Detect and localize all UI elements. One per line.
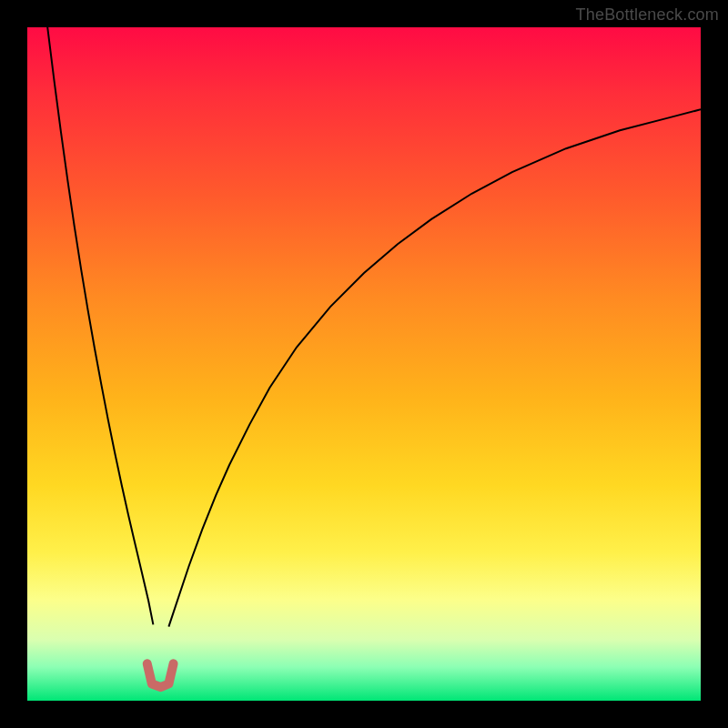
attribution-text: TheBottleneck.com <box>576 5 719 25</box>
chart-plot-area <box>27 27 701 701</box>
curve-left-path <box>47 27 153 624</box>
chart-svg <box>27 27 701 701</box>
valley-marker-path <box>147 663 174 687</box>
image-frame: TheBottleneck.com <box>0 0 728 728</box>
curve-right-path <box>168 109 701 626</box>
